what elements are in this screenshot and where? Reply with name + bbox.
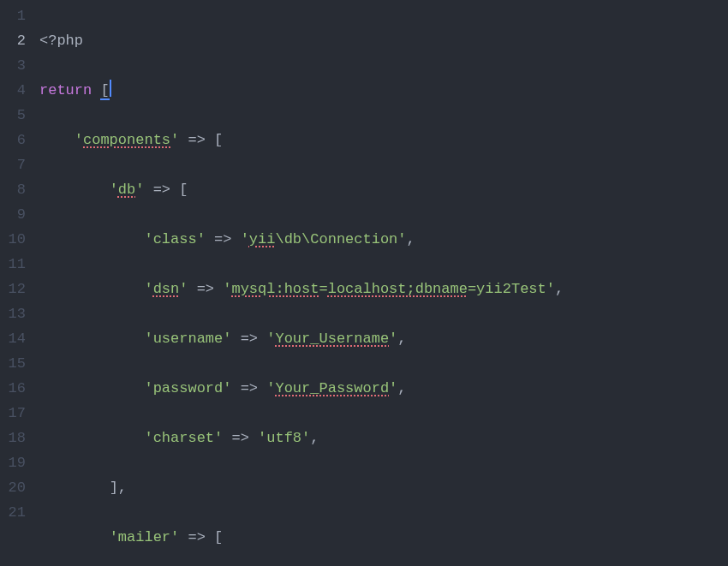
code-line: <?php: [39, 28, 728, 53]
value-username: Your_Username: [275, 331, 389, 347]
line-number: 11: [0, 252, 33, 277]
line-number: 12: [0, 277, 33, 301]
line-number: 6: [0, 128, 33, 152]
key-class: class: [153, 231, 197, 247]
line-number: 8: [0, 177, 33, 202]
code-line: 'charset' => 'utf8',: [39, 426, 728, 450]
value-charset: utf8: [266, 430, 301, 446]
code-line: 'dsn' => 'mysql:host=localhost;dbname=yi…: [39, 277, 728, 301]
line-number: 14: [0, 326, 33, 351]
code-area[interactable]: <?php return [ 'components' => [ 'db' =>…: [33, 0, 728, 566]
value-password: Your_Password: [275, 380, 389, 396]
code-line: 'username' => 'Your_Username',: [39, 326, 728, 351]
code-line: return [: [39, 78, 728, 103]
line-number: 18: [0, 426, 33, 450]
value-db-class: yii: [249, 231, 276, 247]
line-number: 21: [0, 500, 33, 525]
line-number: 15: [0, 351, 33, 376]
line-number: 7: [0, 152, 33, 177]
code-line: 'password' => 'Your_Password',: [39, 376, 728, 401]
code-line: 'class' => 'yii\db\Connection',: [39, 227, 728, 252]
code-line: ],: [39, 475, 728, 500]
line-number: 2: [0, 28, 33, 53]
value-dsn: mysql:host: [231, 281, 319, 297]
key-password: password: [153, 380, 224, 396]
key-username: username: [153, 331, 224, 347]
key-dsn: dsn: [153, 281, 180, 297]
code-line: 'mailer' => [: [39, 525, 728, 550]
text-cursor: [110, 80, 111, 97]
line-number: 20: [0, 475, 33, 500]
bracket-open: [: [100, 82, 109, 100]
line-number: 5: [0, 103, 33, 128]
key-db: db: [118, 182, 135, 198]
php-open-tag: <?php: [39, 33, 83, 49]
line-number: 17: [0, 401, 33, 426]
key-components: components: [83, 132, 170, 148]
code-editor[interactable]: 1 2 3 4 5 6 7 8 9 10 11 12 13 14 15 16 1…: [0, 0, 728, 566]
key-mailer: mailer: [118, 529, 170, 545]
line-number: 1: [0, 3, 33, 28]
line-number: 16: [0, 376, 33, 401]
keyword-return: return: [39, 82, 92, 98]
key-charset: charset: [153, 430, 214, 446]
bracket-close: ],: [110, 480, 127, 496]
line-number: 3: [0, 53, 33, 78]
line-gutter: 1 2 3 4 5 6 7 8 9 10 11 12 13 14 15 16 1…: [0, 0, 33, 566]
line-number: 4: [0, 78, 33, 103]
code-line: 'db' => [: [39, 177, 728, 202]
code-line: 'components' => [: [39, 128, 728, 152]
line-number: 10: [0, 227, 33, 252]
line-number: 19: [0, 450, 33, 475]
line-number: 9: [0, 202, 33, 227]
line-number: 13: [0, 301, 33, 326]
